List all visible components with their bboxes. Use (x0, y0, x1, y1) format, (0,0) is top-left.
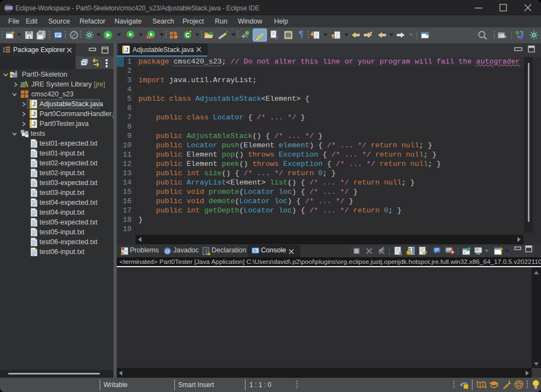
svg-text:{·}: {·} (205, 249, 211, 255)
svg-text:J: J (14, 70, 17, 75)
svg-text:C: C (246, 31, 248, 35)
svg-text:J: J (32, 120, 36, 127)
svg-text:@: @ (165, 248, 170, 254)
svg-text:!: ! (122, 252, 123, 255)
svg-text:J: J (32, 101, 36, 107)
svg-text:J: J (125, 47, 128, 53)
svg-text:J: J (32, 111, 36, 117)
svg-text:C: C (185, 32, 190, 38)
